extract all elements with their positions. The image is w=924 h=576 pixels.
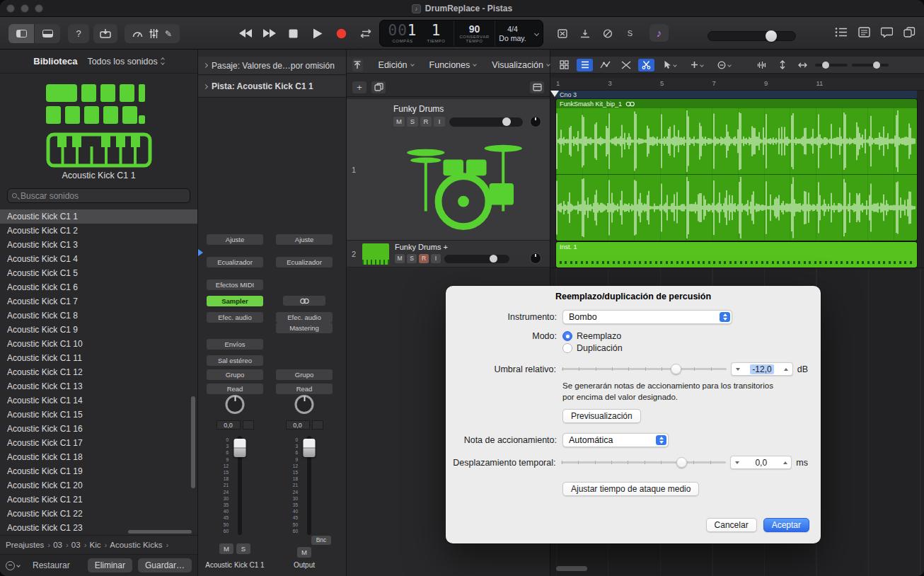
output-slot[interactable]: Sal estéreo: [207, 355, 263, 366]
library-list-item[interactable]: Acoustic Kick C1 6: [0, 280, 197, 294]
library-filter-popup[interactable]: Todos los sonidos: [87, 57, 163, 67]
menu-functions[interactable]: Funciones: [429, 60, 477, 70]
stepper-up-icon[interactable]: [779, 461, 791, 464]
instrument-popup[interactable]: Bombo: [562, 310, 732, 324]
breadcrumb-item[interactable]: 03: [71, 541, 87, 549]
record-button[interactable]: [333, 25, 350, 42]
group-slot[interactable]: Grupo: [207, 369, 263, 380]
slider-thumb[interactable]: [676, 457, 687, 468]
mode-double-label[interactable]: Duplicación: [577, 343, 623, 353]
secondary-tool-button[interactable]: [686, 59, 708, 71]
pencil-icon[interactable]: ✎: [165, 29, 172, 39]
threshold-stepper[interactable]: -12,0: [731, 362, 792, 376]
menu-edit[interactable]: Edición: [379, 60, 414, 70]
mode-replace-label[interactable]: Reemplazo: [577, 331, 621, 341]
slider-thumb[interactable]: [873, 62, 880, 69]
automation-mode-button[interactable]: Read: [207, 384, 263, 394]
library-list-item[interactable]: Acoustic Kick C1 19: [0, 464, 197, 478]
drum-replace-scissors-button[interactable]: [638, 59, 654, 71]
bounce-button[interactable]: Bnc: [311, 536, 331, 545]
grid-tool-icon[interactable]: [556, 59, 572, 71]
waveform-zoom-icon[interactable]: [753, 59, 770, 71]
track-inspector-header[interactable]: Pista: Acoustic Kick C1 1: [198, 76, 346, 98]
lcd-chevron-icon[interactable]: [530, 21, 543, 46]
track-solo-button[interactable]: S: [407, 117, 418, 127]
trigger-note-popup[interactable]: Automática: [562, 433, 669, 447]
track-zoom-slider[interactable]: [852, 64, 889, 67]
offset-value[interactable]: 0,0: [743, 458, 779, 468]
threshold-slider[interactable]: [562, 363, 727, 375]
setting-button[interactable]: Ajuste: [276, 234, 333, 245]
audio-fx-slot[interactable]: Efec. audio: [207, 312, 263, 323]
library-list-item[interactable]: Acoustic Kick C1 7: [0, 294, 197, 309]
automation-mode-button[interactable]: Read: [276, 384, 333, 394]
waveform-zoom-slider[interactable]: [815, 64, 848, 67]
preview-button[interactable]: Previsualización: [562, 409, 641, 423]
tuner-icon[interactable]: [132, 29, 143, 38]
set-attack-time-button[interactable]: Ajustar tiempo de ataque medio: [562, 482, 699, 496]
eq-button[interactable]: Ecualizador: [276, 257, 333, 267]
mastering-slot[interactable]: Mastering: [276, 323, 333, 333]
library-list-item[interactable]: Acoustic Kick C1 9: [0, 323, 197, 337]
horizontal-zoom-icon[interactable]: [795, 59, 811, 71]
library-list-item[interactable]: Acoustic Kick C1 2: [0, 224, 197, 238]
crossfade-button[interactable]: [618, 59, 634, 71]
setting-button[interactable]: Ajuste: [207, 234, 263, 245]
breadcrumb-item[interactable]: Preajustes: [6, 541, 50, 549]
track-header-config-button[interactable]: [530, 81, 544, 93]
toolbox-button[interactable]: [93, 24, 117, 43]
library-list-item[interactable]: Acoustic Kick C1 3: [0, 238, 197, 252]
playhead-icon[interactable]: [550, 91, 559, 97]
library-list-item[interactable]: Acoustic Kick C1 22: [0, 507, 197, 521]
library-list-item[interactable]: Acoustic Kick C1 12: [0, 365, 197, 379]
automation-button[interactable]: [597, 59, 613, 71]
gain-value[interactable]: 0,0: [216, 420, 241, 430]
horizontal-scrollbar[interactable]: [556, 566, 587, 571]
list-editors-icon[interactable]: [835, 27, 848, 38]
fader-cap[interactable]: [304, 439, 316, 457]
slider-thumb[interactable]: [490, 255, 497, 263]
fader-cap[interactable]: [234, 439, 246, 457]
no-overlap-button[interactable]: [553, 25, 571, 41]
midi-fx-slot[interactable]: Efectos MIDI: [207, 280, 263, 290]
catch-playhead-button[interactable]: [352, 59, 363, 71]
rewind-button[interactable]: [236, 25, 254, 42]
library-action-popup[interactable]: [6, 559, 27, 572]
sends-slot[interactable]: Envíos: [207, 339, 263, 350]
volume-thumb[interactable]: [766, 30, 777, 42]
menu-view[interactable]: Visualización: [492, 60, 550, 70]
group-slot[interactable]: Grupo: [276, 369, 333, 380]
stereo-format-button[interactable]: [283, 296, 325, 306]
pan-knob[interactable]: [295, 395, 314, 414]
zoom-tool-button[interactable]: [712, 59, 735, 71]
library-list-item[interactable]: Acoustic Kick C1 10: [0, 337, 197, 351]
library-toggle-button[interactable]: [8, 24, 34, 43]
breadcrumb-item[interactable]: 03: [53, 541, 69, 549]
track-input-button[interactable]: I: [434, 117, 445, 127]
track-record-button[interactable]: R: [419, 254, 429, 263]
snap-list-button[interactable]: [577, 59, 593, 71]
library-list-item[interactable]: Acoustic Kick C1 18: [0, 450, 197, 464]
note-pads-icon[interactable]: [858, 27, 870, 38]
forward-button[interactable]: [260, 25, 278, 42]
breadcrumb-item[interactable]: Kic: [89, 541, 107, 549]
solo-button[interactable]: S: [236, 543, 250, 554]
track-volume-slider[interactable]: [449, 117, 523, 127]
master-volume-slider[interactable]: [708, 31, 796, 41]
save-button[interactable]: Guardar…: [138, 558, 192, 572]
library-horizontal-scrollbar[interactable]: [128, 530, 192, 534]
library-list-item[interactable]: Acoustic Kick C1 4: [0, 252, 197, 266]
inspector-toggle-button[interactable]: [35, 24, 60, 43]
delete-button[interactable]: Eliminar: [88, 558, 132, 572]
offset-slider[interactable]: [561, 456, 726, 468]
stepper-up-icon[interactable]: [780, 368, 792, 371]
bar-ruler[interactable]: 1357911: [550, 78, 924, 91]
library-list-item[interactable]: Acoustic Kick C1 14: [0, 393, 197, 408]
pan-knob[interactable]: [226, 395, 245, 414]
add-track-button[interactable]: +: [352, 81, 366, 93]
mute-button[interactable]: M: [297, 547, 311, 558]
region-inspector-header[interactable]: Pasaje: Valores de…por omisión: [198, 57, 346, 75]
vertical-zoom-icon[interactable]: [774, 59, 790, 71]
threshold-value[interactable]: -12,0: [750, 364, 773, 374]
library-vertical-scrollbar[interactable]: [191, 396, 195, 488]
